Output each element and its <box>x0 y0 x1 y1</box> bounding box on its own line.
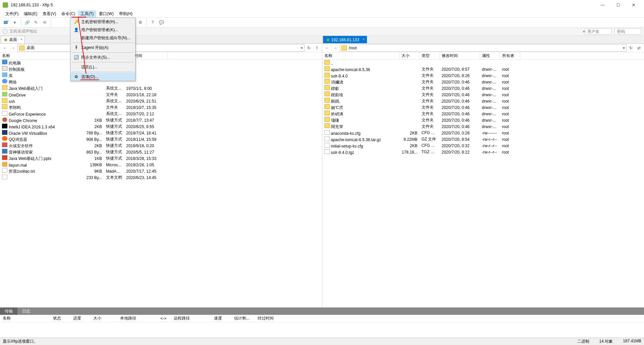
connect-button[interactable]: 🔗 <box>23 18 31 26</box>
transfer-column-header[interactable]: 估计剩... <box>231 315 255 322</box>
menu-item[interactable]: 语言(L)... <box>70 63 135 71</box>
file-row[interactable]: Oracle VM VirtualBox769 By...快捷方式2019/7/… <box>0 130 322 136</box>
path-dropdown-button[interactable]: ▾ <box>301 46 303 50</box>
minimize-button[interactable]: — <box>595 0 610 10</box>
password-input[interactable] <box>614 28 641 35</box>
transfer-column-header[interactable]: 进度 <box>70 315 91 322</box>
menu-item[interactable]: 🔑主机密钥管理者(H)... <box>70 18 135 26</box>
menu-item[interactable]: 查看(V) <box>40 10 59 17</box>
file-row[interactable]: 瑙嗛文件夹2020/7/20, 0:46drwxr-...root <box>322 117 644 123</box>
forward-button[interactable]: → <box>9 44 17 52</box>
transfer-column-header[interactable]: <-> <box>158 315 171 322</box>
menu-item[interactable]: 帮助(H) <box>116 10 136 17</box>
file-row[interactable]: solr-8.4.0文件夹2020/7/20, 8:26drwxr-...roo… <box>322 72 644 79</box>
username-input[interactable] <box>585 28 612 35</box>
transfer-column-header[interactable]: 大小 <box>91 315 117 322</box>
forward-button[interactable]: → <box>332 44 339 52</box>
bottom-tab[interactable]: 传输 <box>0 307 17 315</box>
file-row[interactable]: apache-tomcat-8.5.38.tar.gz9.22MBGZ 文件20… <box>322 136 644 142</box>
file-row[interactable]: 网络 <box>0 79 322 85</box>
transfer-column-header[interactable]: 经过时间 <box>255 315 282 322</box>
file-cell: ssh <box>0 98 80 104</box>
menu-item[interactable]: 文件(F) <box>3 10 21 17</box>
transfer-list[interactable] <box>0 322 644 338</box>
file-row[interactable]: 妗岄潰文件夹2020/7/20, 0:46drwxr-...root <box>322 111 644 117</box>
file-row[interactable]: IntelliJ IDEA 2019.1.3 x642KB快捷方式2020/6/… <box>0 123 322 130</box>
file-row[interactable]: 鏂囨。文件夹2020/7/20, 0:46drwxr-...root <box>322 98 644 104</box>
help-button[interactable]: ? <box>149 18 157 26</box>
settings-button[interactable]: ⚙ <box>136 18 144 26</box>
column-header[interactable]: 属性 <box>480 52 500 59</box>
refresh-button[interactable]: ↻ <box>305 44 313 52</box>
file-row[interactable]: 闊充箰文件夹2020/7/20, 0:46drwxr-...root <box>322 123 644 130</box>
column-header[interactable]: 所有者 <box>500 52 520 59</box>
file-row[interactable]: 233 By...文本文档2020/6/23, 14:45 <box>0 174 322 181</box>
new-session-button[interactable]: + <box>2 18 10 26</box>
tab-close-button[interactable]: × <box>363 38 365 41</box>
refresh-button[interactable]: ↻ <box>627 44 635 52</box>
file-row[interactable]: 所需zuoliao.txt9KBMadAp...2020/7/17, 12:45 <box>0 168 322 174</box>
file-row[interactable]: OneDrive文件夹2020/1/16, 22:18 <box>0 92 322 98</box>
file-row[interactable]: 控制面板 <box>0 66 322 72</box>
menu-item[interactable]: 🕴Xagent 开始(A) <box>70 44 135 52</box>
local-file-list[interactable]: 此电脑控制面板库网络Java Web基础入门系统文...1970/1/1, 8:… <box>0 60 322 307</box>
up-button[interactable]: ⇧ <box>313 44 321 52</box>
transfer-column-header[interactable]: 远程路径 <box>171 315 211 322</box>
remote-file-list[interactable]: ..apache-tomcat-8.5.38文件夹2020/7/20, 8:57… <box>322 60 644 307</box>
edit-button[interactable]: ✎ <box>32 18 40 26</box>
close-button[interactable]: ✕ <box>626 0 641 10</box>
file-row[interactable]: Google Chrome1KB快捷方式2018/7/7, 13:47 <box>0 117 322 123</box>
comment-button[interactable]: 💬 <box>157 18 165 26</box>
file-row[interactable]: 雷神驱动管家863 By...快捷方式2020/5/5, 11:27 <box>0 149 322 155</box>
back-button[interactable]: ← <box>324 44 331 52</box>
column-header[interactable]: 名称 <box>322 52 399 59</box>
column-header[interactable]: 大小 <box>399 52 420 59</box>
transfer-column-header[interactable]: 状态 <box>50 315 70 322</box>
file-row[interactable]: 鍏叡文件夹2020/7/20, 0:46drwxr-...root <box>322 85 644 92</box>
local-tab[interactable]: 桌面 × <box>1 36 25 43</box>
file-row[interactable]: liayun.mal139KBMicros...2019/2/26, 1:05 <box>0 162 322 168</box>
transfer-column-header[interactable]: 速度 <box>211 315 231 322</box>
transfer-column-header[interactable]: 名称 <box>0 315 50 322</box>
file-row[interactable]: solr-8.4.0.tgz178.18...TGZ 文件2020/7/20, … <box>322 149 644 155</box>
menu-item[interactable]: ⚙选项(O)... <box>70 73 135 81</box>
bottom-tab[interactable]: 日志 <box>17 307 35 315</box>
file-row[interactable]: Java Web基础入门.pptx1KB快捷方式2018/3/28, 15:33 <box>0 155 322 162</box>
back-button[interactable]: ← <box>1 44 9 52</box>
file-row[interactable]: 李阿昀文件夹2019/10/7, 15:35 <box>0 104 322 111</box>
file-row[interactable]: 库 <box>0 72 322 79</box>
transfer-column-header[interactable]: 本地路径 <box>117 315 158 322</box>
menu-item[interactable]: 命令(C) <box>59 10 78 17</box>
column-header[interactable]: 名称 <box>0 52 80 59</box>
file-row[interactable]: 涓嬭浇文件夹2020/7/20, 0:46drwxr-...root <box>322 79 644 85</box>
file-row[interactable]: QQ浏览器908 By...快捷方式2019/11/4, 15:59 <box>0 136 322 142</box>
maximize-button[interactable]: ☐ <box>610 0 626 10</box>
column-header[interactable]: 修改时间 <box>440 52 480 59</box>
transfer-button[interactable]: ⇄ <box>635 44 643 52</box>
file-row[interactable]: 鍥剧墖文件夹2020/7/20, 0:46drwxr-...root <box>322 92 644 98</box>
remote-tab[interactable]: 192.168.81.133 × <box>323 36 367 43</box>
file-row[interactable]: initial-setup-ks.cfg2KBCFG 文件2020/7/20, … <box>322 142 644 149</box>
column-header[interactable]: 类型 <box>420 52 440 59</box>
menu-item[interactable]: 🔄同步文件夹(S)... <box>70 53 135 61</box>
file-row[interactable]: 妯℃澘文件夹2020/7/20, 0:46drwxr-...root <box>322 104 644 111</box>
menu-item[interactable]: 窗口(W) <box>96 10 116 17</box>
file-row[interactable]: apache-tomcat-8.5.38文件夹2020/7/20, 8:57dr… <box>322 66 644 72</box>
new-dropdown-button[interactable]: ▾ <box>11 18 19 26</box>
file-row[interactable]: GeForce Experience系统文...2020/7/20, 2:12 <box>0 111 322 117</box>
file-row[interactable]: 火绒安全软件2KB快捷方式2019/9/16, 0:20 <box>0 142 322 149</box>
remote-path-box[interactable]: /root ▾ <box>340 44 627 52</box>
file-cell: 网络 <box>0 79 80 85</box>
file-row[interactable]: .. <box>322 60 644 66</box>
menu-item[interactable]: 工具(T) <box>78 10 96 17</box>
menu-item[interactable]: 编辑(E) <box>21 10 40 17</box>
file-row[interactable]: ssh系统文...2020/6/29, 21:51 <box>0 98 322 104</box>
tab-close-button[interactable]: × <box>20 38 22 41</box>
file-row[interactable]: anaconda-ks.cfg2KBCFG 文件2020/7/20, 0:28-… <box>322 130 644 136</box>
file-row[interactable]: 此电脑 <box>0 60 322 66</box>
action1-button[interactable]: ⟲ <box>41 18 49 26</box>
path-dropdown-button[interactable]: ▾ <box>623 46 625 50</box>
local-path-box[interactable]: 桌面 ▾ <box>17 44 305 52</box>
file-icon <box>324 79 330 83</box>
file-row[interactable]: Java Web基础入门系统文...1970/1/1, 8:00 <box>0 85 322 92</box>
